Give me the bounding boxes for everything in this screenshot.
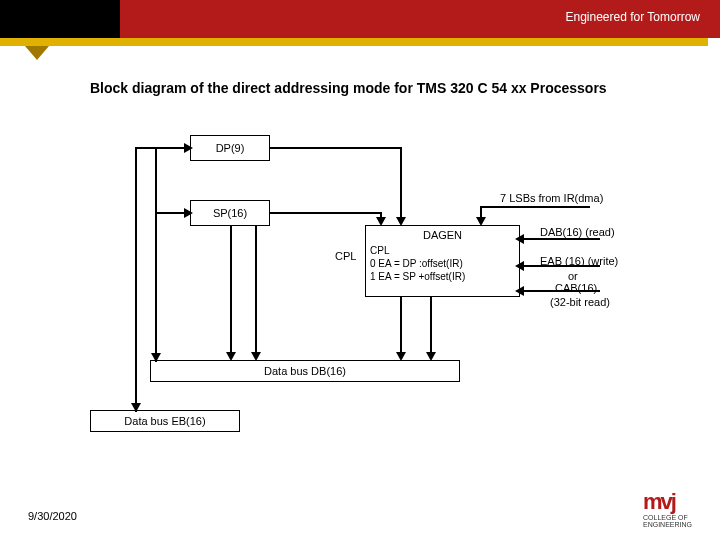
arrow-dagen-db-2 (426, 352, 436, 361)
line-sp-down (230, 226, 232, 356)
footer-date: 9/30/2020 (28, 510, 77, 522)
line-dp-out-h (270, 147, 400, 149)
arrow-into-dp (184, 143, 193, 153)
label-cab: CAB(16) (555, 282, 597, 294)
arrow-rail-to-eb (131, 403, 141, 412)
dagen-cpl-label: CPL (370, 244, 515, 257)
label-cpl: CPL (335, 250, 356, 262)
rail-inner (155, 147, 157, 362)
line-dp-in-top (135, 147, 190, 149)
dagen-title: DAGEN (370, 228, 515, 242)
footer-logo: mvj COLLEGE OF ENGINEERING (643, 489, 692, 528)
header-tagline: Engineered for Tomorrow (565, 10, 700, 24)
arrow-lsbs (476, 217, 486, 226)
label-or: or (568, 270, 578, 282)
arrow-cab (515, 286, 524, 296)
arrow-rail-to-db-1 (151, 353, 161, 362)
dagen-eq-1: 1 EA = SP +offset(IR) (370, 270, 515, 283)
label-lsbs: 7 LSBs from IR(dma) (500, 192, 603, 204)
line-sp-out-h (270, 212, 380, 214)
dp-register-box: DP(9) (190, 135, 270, 161)
label-eab: EAB (16) (write) (540, 255, 618, 267)
line-lsbs (480, 206, 590, 208)
arrow-into-sp (184, 208, 193, 218)
accent-notch (25, 46, 49, 60)
arrow-dab (515, 234, 524, 244)
line-dab (520, 238, 600, 240)
slide-title: Block diagram of the direct addressing m… (90, 80, 607, 96)
line-dagen-to-db-2 (430, 297, 432, 355)
line-mid-down (255, 226, 257, 356)
line-dp-out-v (400, 147, 402, 219)
data-bus-eb-box: Data bus EB(16) (90, 410, 240, 432)
logo-text: mvj (643, 489, 675, 514)
logo-sub2: ENGINEERING (643, 522, 692, 528)
arrow-sp-to-dagen (376, 217, 386, 226)
arrow-dagen-db-1 (396, 352, 406, 361)
accent-bar (0, 38, 708, 46)
label-dab: DAB(16) (read) (540, 226, 615, 238)
arrow-eab (515, 261, 524, 271)
header-accent-black (0, 0, 120, 38)
sp-register-box: SP(16) (190, 200, 270, 226)
label-cab2: (32-bit read) (550, 296, 610, 308)
dagen-box: DAGEN CPL 0 EA = DP :offset(IR) 1 EA = S… (365, 225, 520, 297)
data-bus-db-box: Data bus DB(16) (150, 360, 460, 382)
arrow-dp-to-dagen (396, 217, 406, 226)
rail-outer (135, 147, 137, 412)
dagen-eq-0: 0 EA = DP :offset(IR) (370, 257, 515, 270)
block-diagram: DP(9) SP(16) DAGEN CPL 0 EA = DP :offset… (70, 120, 650, 470)
line-dagen-to-db-1 (400, 297, 402, 355)
arrow-mid-down (251, 352, 261, 361)
arrow-sp-down (226, 352, 236, 361)
